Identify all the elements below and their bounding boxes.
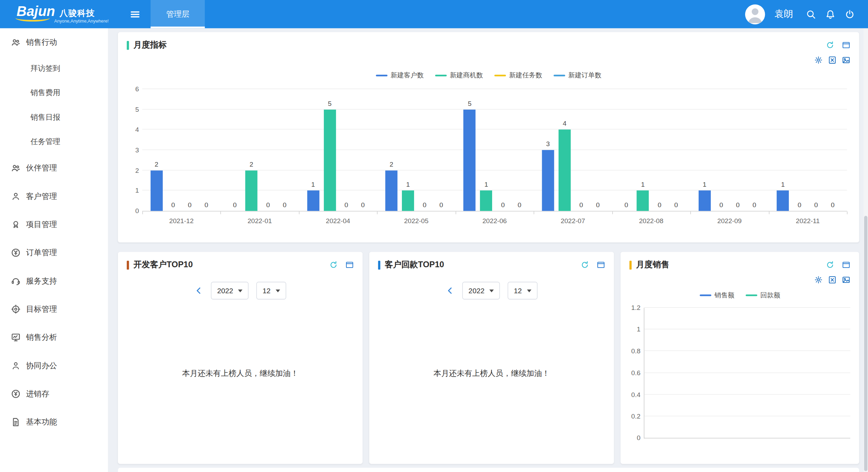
bar-value-label: 0 (752, 201, 756, 209)
year-select[interactable]: 2022 (211, 282, 248, 300)
legend-item[interactable]: 销售额 (699, 290, 734, 300)
legend-item[interactable]: 回款额 (745, 290, 780, 300)
sidebar-item-partners[interactable]: 伙伴管理 (0, 154, 108, 182)
export-excel-icon[interactable] (828, 56, 836, 64)
sidebar-subitem[interactable]: 任务管理 (0, 129, 108, 154)
user-avatar[interactable] (745, 4, 765, 24)
monthly-metrics-chart: 0123456 20000200150021005100340001001000… (118, 80, 859, 225)
bar (402, 191, 414, 211)
dev-top10-header: 开发客户TOP10 (118, 252, 363, 270)
refresh-icon[interactable] (826, 41, 834, 49)
bar (464, 109, 476, 211)
refresh-icon[interactable] (329, 261, 338, 269)
bar-value-label: 0 (518, 201, 522, 209)
chevron-down-icon (276, 289, 280, 292)
bar-chart-plot: 200002001500210051003400010010001000 202… (142, 89, 847, 225)
bar-slot: 1 (307, 89, 319, 211)
sidebar-item-orders[interactable]: 订单管理 (0, 238, 108, 267)
notifications-icon[interactable] (825, 9, 835, 19)
sidebar-item-sales-action[interactable]: 销售行动 (0, 28, 108, 56)
sidebar-item-collaboration[interactable]: 协同办公 (0, 352, 108, 380)
sidebar-item-customers[interactable]: 客户管理 (0, 182, 108, 210)
expand-window-icon[interactable] (842, 41, 850, 49)
legend-label: 新建商机数 (450, 71, 483, 80)
scrollbar-thumb[interactable] (864, 216, 868, 471)
expand-window-icon[interactable] (345, 261, 354, 269)
sidebar-item-analysis[interactable]: 销售分析 (0, 323, 108, 351)
bar-value-label: 1 (484, 181, 488, 188)
expand-window-icon[interactable] (597, 261, 605, 269)
y-tick-label: 0.6 (631, 369, 641, 377)
sidebar-item-label: 进销存 (26, 389, 49, 399)
x-tick-label: 2022-11 (769, 214, 847, 225)
legend-swatch (553, 75, 565, 77)
bar-slot: 1 (777, 89, 789, 211)
sidebar-subitem[interactable]: 销售日报 (0, 105, 108, 129)
legend-item[interactable]: 新建商机数 (435, 71, 483, 80)
sidebar-subitem[interactable]: 拜访签到 (0, 57, 108, 81)
brand-name-cn: 八骏科技 (59, 8, 95, 19)
export-excel-icon[interactable] (828, 276, 836, 284)
year-select[interactable]: 2022 (462, 282, 500, 300)
bar-group: 1000 (769, 89, 847, 211)
legend-item[interactable]: 新建订单数 (553, 71, 601, 80)
bar-value-label: 2 (389, 160, 393, 168)
sidebar-item-label: 基本功能 (26, 417, 57, 427)
accent-bar (378, 260, 380, 269)
previous-month-icon[interactable] (194, 286, 203, 295)
bar (323, 109, 336, 211)
collaboration-icon (11, 361, 20, 370)
line-chart-plot (644, 308, 850, 438)
export-image-icon[interactable] (842, 56, 850, 64)
bar-slot: 1 (699, 89, 711, 211)
legend-label: 新建客户数 (390, 71, 424, 80)
username[interactable]: 袁朗 (774, 8, 793, 20)
app-logo[interactable]: Bajun 八骏科技 Anyone,Anytime,Anywhere! (0, 5, 109, 24)
topbar: Bajun 八骏科技 Anyone,Anytime,Anywhere! 管理层 … (0, 0, 868, 28)
bar-value-label: 0 (596, 201, 600, 209)
sidebar-item-label: 项目管理 (26, 219, 57, 229)
sidebar-item-basic[interactable]: 基本功能 (0, 408, 108, 436)
previous-month-icon[interactable] (446, 286, 455, 295)
expand-window-icon[interactable] (842, 261, 850, 269)
sidebar-item-service[interactable]: 服务支持 (0, 267, 108, 295)
chart-toolbar (621, 270, 859, 284)
month-select[interactable]: 12 (508, 282, 537, 300)
sidebar-item-projects[interactable]: 项目管理 (0, 210, 108, 238)
y-tick-label: 0.2 (631, 412, 641, 420)
settings-icon[interactable] (814, 276, 823, 284)
bar-value-label: 0 (204, 201, 208, 209)
year-select-value: 2022 (469, 286, 484, 295)
logout-icon[interactable] (845, 9, 855, 19)
bar-value-label: 0 (266, 201, 270, 209)
bar-chart-x-labels: 2021-122022-012022-042022-052022-062022-… (142, 214, 847, 225)
x-tick-label: 2021-12 (142, 214, 221, 225)
legend-item[interactable]: 新建任务数 (494, 71, 542, 80)
settings-icon[interactable] (814, 56, 823, 64)
tab-management[interactable]: 管理层 (151, 0, 205, 28)
bar-slot: 2 (385, 89, 397, 211)
sidebar-subitem[interactable]: 销售费用 (0, 81, 108, 105)
menu-toggle-icon[interactable] (130, 9, 141, 20)
y-tick-label: 0.4 (631, 391, 641, 398)
refresh-icon[interactable] (826, 261, 834, 269)
bar-chart-x-ticks (142, 211, 847, 214)
bar-slot: 0 (200, 89, 212, 211)
line-chart-y-axis: 00.20.40.60.811.2 (625, 308, 644, 438)
legend-item[interactable]: 新建客户数 (376, 71, 424, 80)
bar-slot: 0 (167, 89, 179, 211)
chart-toolbar (118, 50, 859, 64)
month-select-value: 12 (514, 286, 522, 295)
topbar-actions: 袁朗 (745, 4, 868, 24)
export-image-icon[interactable] (842, 276, 850, 284)
search-icon[interactable] (806, 9, 816, 19)
y-tick-label: 4 (135, 126, 139, 134)
bar-value-label: 0 (658, 201, 661, 209)
month-select[interactable]: 12 (256, 282, 286, 300)
refresh-icon[interactable] (581, 261, 589, 269)
bar-slot: 5 (323, 89, 336, 211)
sidebar-item-targets[interactable]: 目标管理 (0, 295, 108, 323)
x-tick-label: 2022-05 (377, 214, 456, 225)
sidebar-item-inventory[interactable]: 进销存 (0, 380, 108, 408)
bar-slot: 0 (654, 89, 666, 211)
